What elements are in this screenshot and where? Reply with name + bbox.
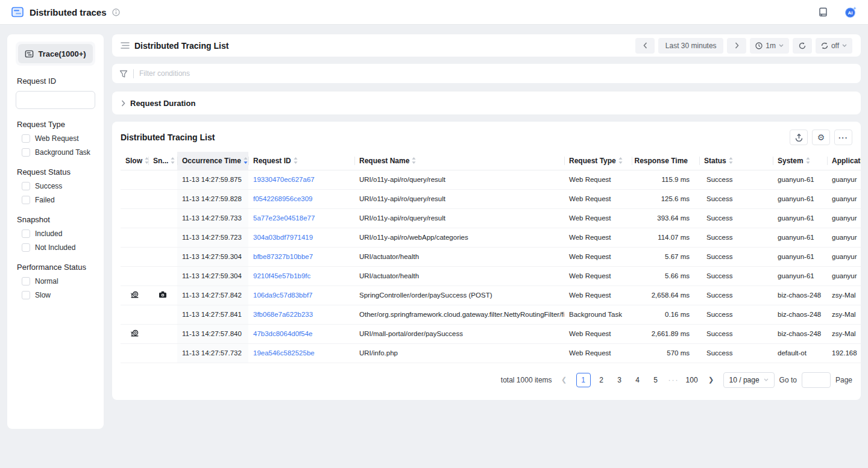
system-cell: default-ot [773, 343, 827, 363]
page-ellipsis[interactable]: ··· [667, 373, 681, 387]
page-button-100[interactable]: 100 [685, 373, 699, 387]
next-page-button[interactable]: ❯ [704, 373, 719, 387]
application-cell: zsy-Mal [827, 285, 861, 305]
request-id-link[interactable]: 5a77e23e04518e77 [253, 214, 315, 222]
info-icon[interactable] [112, 8, 120, 16]
goto-page-input[interactable] [802, 372, 831, 388]
more-actions-button[interactable]: ··· [834, 129, 852, 145]
checkbox-row-success[interactable]: Success [22, 182, 95, 190]
sort-carets-icon [805, 157, 811, 164]
checkbox-row-included[interactable]: Included [22, 229, 95, 238]
snapshot-cell [148, 247, 177, 266]
request-id-link[interactable]: f0542268956ce309 [253, 195, 313, 202]
page-button-5[interactable]: 5 [649, 373, 663, 387]
page-button-3[interactable]: 3 [612, 373, 627, 387]
system-cell: guanyun-61 [773, 228, 827, 247]
column-settings-button[interactable]: ⚙ [812, 129, 830, 145]
page-button-2[interactable]: 2 [594, 373, 609, 387]
request-name-cell: URI/actuator/health [354, 266, 564, 285]
checkbox-label-success: Success [35, 182, 62, 190]
page-button-1[interactable]: 1 [576, 373, 591, 387]
trace-tab[interactable]: Trace(1000+) [18, 44, 93, 63]
top-bar: Distributed traces AI [0, 0, 868, 25]
checkbox-included[interactable] [22, 229, 30, 238]
table-row[interactable]: 11-13 14:27:59.3049210f45e57b1b9fcURI/ac… [121, 266, 861, 285]
column-label: Slow [125, 157, 142, 165]
sort-carets-icon [728, 157, 734, 164]
request-id-link[interactable]: 3fb068e7a622b233 [253, 311, 313, 318]
checkbox-failed[interactable] [22, 196, 30, 204]
checkbox-row-web-request[interactable]: Web Request [22, 134, 95, 143]
request-id-link[interactable]: 304a03bdf7971419 [253, 234, 313, 241]
column-header-request-id[interactable]: Request ID [248, 152, 354, 170]
request-name-cell: URI/mall-portal/order/paySuccess [354, 324, 564, 343]
table-row[interactable]: 11-13 14:27:57.842106da9c57d83bbf7Spring… [121, 285, 861, 305]
checkbox-row-normal[interactable]: Normal [22, 277, 95, 285]
tracing-table: SlowSn...Occurrence TimeRequest IDReques… [121, 152, 861, 363]
column-header-request-type[interactable]: Request Type [564, 152, 632, 170]
refresh-button[interactable] [793, 38, 812, 54]
request-duration-panel[interactable]: Request Duration [112, 92, 861, 114]
table-row[interactable]: 11-13 14:27:59.7335a77e23e04518e77URI/o1… [121, 208, 861, 228]
checkbox-not-included[interactable] [22, 243, 30, 252]
checkbox-row-background-task[interactable]: Background Task [22, 148, 95, 157]
column-label: Request ID [253, 157, 291, 165]
auto-refresh-dropdown[interactable]: off [816, 38, 852, 54]
column-header-sn[interactable]: Sn... [148, 152, 177, 170]
table-row[interactable]: 11-13 14:27:57.73219ea546c582525beURI/in… [121, 343, 861, 363]
checkbox-normal[interactable] [22, 277, 30, 285]
book-icon[interactable] [819, 7, 828, 17]
interval-dropdown[interactable]: 1m [750, 38, 789, 54]
time-back-button[interactable] [635, 38, 655, 54]
table-row[interactable]: 11-13 14:27:59.304bfbe87327b10bbe7URI/ac… [121, 247, 861, 266]
page-size-select[interactable]: 10 / page [723, 372, 775, 388]
checkbox-label-background-task: Background Task [35, 148, 90, 157]
request-id-link[interactable]: 19ea546c582525be [253, 349, 315, 357]
prev-page-button[interactable]: ❮ [557, 373, 571, 387]
page-button-4[interactable]: 4 [631, 373, 645, 387]
status-cell: Success [699, 305, 773, 324]
column-header-system[interactable]: System [773, 152, 827, 170]
list-icon[interactable] [121, 42, 130, 49]
request-id-cell: bfbe87327b10bbe7 [248, 247, 354, 266]
checkbox-row-failed[interactable]: Failed [22, 196, 95, 204]
ai-assistant-icon[interactable]: AI [844, 5, 857, 19]
snapshot-cell [148, 228, 177, 247]
system-cell: biz-chaos-248 [773, 305, 827, 324]
table-row[interactable]: 11-13 14:27:59.87519330470ec627a67URI/o1… [121, 170, 861, 189]
request-id-label: Request ID [17, 76, 95, 86]
table-row[interactable]: 11-13 14:27:59.723304a03bdf7971419URI/o1… [121, 228, 861, 247]
checkbox-slow[interactable] [22, 291, 30, 299]
column-header-request-name[interactable]: Request Name [354, 152, 564, 170]
request-id-link[interactable]: 47b3dc8064d0f54e [253, 330, 313, 337]
table-row[interactable]: 11-13 14:27:57.84047b3dc8064d0f54eURI/ma… [121, 324, 861, 343]
column-header-occurrence-time[interactable]: Occurrence Time [177, 152, 248, 170]
response-time-cell: 5.67 ms [632, 247, 699, 266]
time-forward-button[interactable] [727, 38, 746, 54]
sort-carets-icon [293, 157, 298, 164]
checkbox-label-failed: Failed [35, 196, 55, 204]
request-id-link[interactable]: bfbe87327b10bbe7 [253, 253, 313, 260]
request-id-input[interactable] [16, 91, 95, 109]
checkbox-row-slow[interactable]: Slow [22, 291, 95, 299]
request-id-cell: 9210f45e57b1b9fc [248, 266, 354, 285]
request-id-link[interactable]: 9210f45e57b1b9fc [253, 272, 310, 279]
occurrence-time-cell: 11-13 14:27:59.733 [177, 208, 248, 228]
checkbox-success[interactable] [22, 182, 30, 190]
table-row[interactable]: 11-13 14:27:59.828f0542268956ce309URI/o1… [121, 189, 861, 208]
checkbox-row-not-included[interactable]: Not Included [22, 243, 95, 252]
table-row[interactable]: 11-13 14:27:57.8413fb068e7a622b233Other/… [121, 305, 861, 324]
column-header-status[interactable]: Status [699, 152, 773, 170]
column-header-slow[interactable]: Slow [121, 152, 148, 170]
time-range-button[interactable]: Last 30 minutes [658, 38, 723, 54]
funnel-icon [119, 70, 128, 78]
export-button[interactable] [790, 129, 808, 145]
occurrence-time-cell: 11-13 14:27:57.842 [177, 285, 248, 305]
request-id-link[interactable]: 106da9c57d83bbf7 [253, 292, 313, 299]
checkbox-background-task[interactable] [22, 148, 30, 157]
checkbox-web-request[interactable] [22, 134, 30, 143]
column-header-application[interactable]: Application [827, 152, 861, 170]
request-id-link[interactable]: 19330470ec627a67 [253, 176, 315, 183]
column-header-response-time[interactable]: Response Time [632, 152, 699, 170]
filter-conditions-input[interactable] [139, 69, 854, 78]
